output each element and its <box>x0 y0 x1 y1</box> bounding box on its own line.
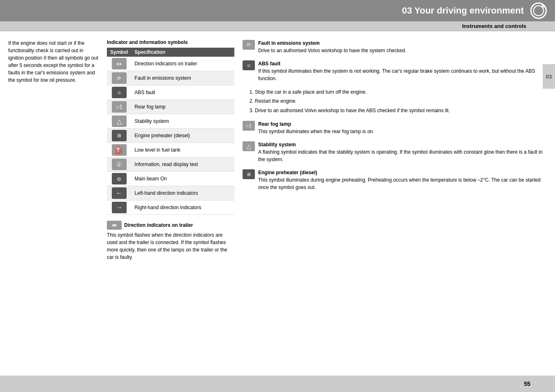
col-spec: Specification <box>131 48 234 57</box>
main-beam-icon: ⊜ <box>112 173 127 184</box>
right-indicator-icon: → <box>112 202 127 213</box>
symbol-cell: ⊞ <box>107 129 131 143</box>
volvo-logo <box>530 2 547 19</box>
page-number: 55 <box>524 380 530 387</box>
rear-fog-icon: ○‡ <box>112 101 127 113</box>
info-icon: 🛈 <box>112 159 127 170</box>
symbol-cell: ⛽ <box>107 143 131 157</box>
entry-rear-fog: ○‡ Rear fog lamp This symbol illuminates… <box>243 120 547 135</box>
stability-icon: △ <box>112 115 127 127</box>
entry-stability-text: A flashing symbol indicates that the sta… <box>258 148 547 163</box>
symbol-cell: ⊙ <box>107 85 131 100</box>
table-row: ⇔ Direction indicators on trailer <box>107 57 234 71</box>
symbol-cell: ← <box>107 186 131 201</box>
entry-preheater-body: Engine preheater (diesel) This symbol il… <box>258 169 547 191</box>
note-header: ⇔ Direction indicators on trailer <box>107 221 234 230</box>
preheater-icon: ⊞ <box>112 130 127 141</box>
table-row: → Right-hand direction indicators <box>107 201 234 215</box>
abs-step-2: Restart the engine. <box>255 97 547 105</box>
intro-text: If the engine does not start or if the f… <box>8 39 99 84</box>
right-column: ⟳ Fault in emissions system Drive to an … <box>243 39 547 261</box>
table-row: △ Stability system <box>107 114 234 129</box>
entry-fault-emissions-body: Fault in emissions system Drive to an au… <box>258 39 406 54</box>
symbol-cell: → <box>107 201 131 215</box>
spec-cell: Right-hand direction indicators <box>131 201 234 215</box>
abs-steps: Stop the car in a safe place and turn of… <box>247 88 547 115</box>
spec-cell: Fault in emissions system <box>131 71 234 85</box>
entry-preheater-text: This symbol illuminates during engine pr… <box>258 176 547 191</box>
entry-abs-text: If this symbol illuminates then the syst… <box>258 67 547 82</box>
note-text: This symbol flashes when the direction i… <box>107 231 234 261</box>
entry-abs-title: ABS fault <box>258 60 547 67</box>
entry-preheater-icon: ⊞ <box>243 169 255 179</box>
spec-cell: Information, read display text <box>131 157 234 172</box>
spec-cell: Engine preheater (diesel) <box>131 129 234 143</box>
entry-fault-emissions-title: Fault in emissions system <box>258 39 406 47</box>
table-row: ⟳ Fault in emissions system <box>107 71 234 85</box>
entry-abs-body: ABS fault If this symbol illuminates the… <box>258 60 547 82</box>
note-title: Direction indicators on trailer <box>124 221 193 229</box>
spec-cell: ABS fault <box>131 85 234 100</box>
entry-rear-fog-icon: ○‡ <box>243 121 255 131</box>
table-row: ⊜ Main beam On <box>107 172 234 186</box>
symbol-table: Symbol Specification ⇔ Direction indicat… <box>107 48 234 215</box>
page-header: 03 Your driving environment <box>0 0 555 21</box>
col-symbol: Symbol <box>107 48 131 57</box>
abs-numbered-list: Stop the car in a safe place and turn of… <box>255 88 547 115</box>
entry-abs: ⊙ ABS fault If this symbol illuminates t… <box>243 60 547 82</box>
left-indicator-icon: ← <box>112 187 127 199</box>
entry-rear-fog-body: Rear fog lamp This symbol illuminates wh… <box>258 120 374 135</box>
chapter-tab: 03 <box>543 64 555 89</box>
spec-cell: Direction indicators on trailer <box>131 57 234 71</box>
symbol-cell: △ <box>107 114 131 129</box>
spec-cell: Main beam On <box>131 172 234 186</box>
entry-preheater-title: Engine preheater (diesel) <box>258 169 547 176</box>
abs-step-1: Stop the car in a safe place and turn of… <box>255 88 547 96</box>
entry-preheater: ⊞ Engine preheater (diesel) This symbol … <box>243 169 547 191</box>
table-row: ← Left-hand direction indicators <box>107 186 234 201</box>
fuel-icon: ⛽ <box>112 144 127 156</box>
middle-column: Indicator and information symbols Symbol… <box>107 39 234 261</box>
spec-cell: Low level in fuel tank <box>131 143 234 157</box>
direction-trailer-note-icon: ⇔ <box>107 221 122 230</box>
abs-icon: ⊙ <box>112 87 127 98</box>
table-row: ⊙ ABS fault <box>107 85 234 100</box>
spec-cell: Rear fog lamp <box>131 100 234 114</box>
page-footer: 55 <box>0 376 555 392</box>
entry-stability: △ Stability system A flashing symbol ind… <box>243 141 547 163</box>
entry-stability-title: Stability system <box>258 141 547 148</box>
abs-step-3: Drive to an authorised Volvo workshop to… <box>255 106 547 115</box>
entry-fault-emissions: ⟳ Fault in emissions system Drive to an … <box>243 39 547 54</box>
spec-cell: Stability system <box>131 114 234 129</box>
section-label: Instruments and controls <box>0 21 555 31</box>
entry-stability-icon: △ <box>243 141 255 151</box>
entry-rear-fog-text: This symbol illuminates when the rear fo… <box>258 128 374 135</box>
fault-emissions-icon: ⟳ <box>112 72 127 84</box>
table-row: ⛽ Low level in fuel tank <box>107 143 234 157</box>
symbol-cell: ⟳ <box>107 71 131 85</box>
table-row: 🛈 Information, read display text <box>107 157 234 172</box>
direction-trailer-note: ⇔ Direction indicators on trailer This s… <box>107 221 234 261</box>
symbol-cell: ⊜ <box>107 172 131 186</box>
direction-trailer-icon: ⇔ <box>112 58 127 69</box>
entry-rear-fog-title: Rear fog lamp <box>258 120 374 128</box>
entry-fault-emissions-text: Drive to an authorised Volvo workshop to… <box>258 47 406 54</box>
table-row: ○‡ Rear fog lamp <box>107 100 234 114</box>
entry-stability-body: Stability system A flashing symbol indic… <box>258 141 547 163</box>
entry-abs-icon: ⊙ <box>243 60 255 70</box>
symbol-cell: ⇔ <box>107 57 131 71</box>
symbol-cell: ○‡ <box>107 100 131 114</box>
table-row: ⊞ Engine preheater (diesel) <box>107 129 234 143</box>
chapter-title: 03 Your driving environment <box>8 5 530 16</box>
main-content: If the engine does not start or if the f… <box>0 31 555 269</box>
table-title: Indicator and information symbols <box>107 39 234 45</box>
left-column: If the engine does not start or if the f… <box>8 39 99 261</box>
entry-fault-emissions-icon: ⟳ <box>243 40 255 50</box>
spec-cell: Left-hand direction indicators <box>131 186 234 201</box>
symbol-cell: 🛈 <box>107 157 131 172</box>
